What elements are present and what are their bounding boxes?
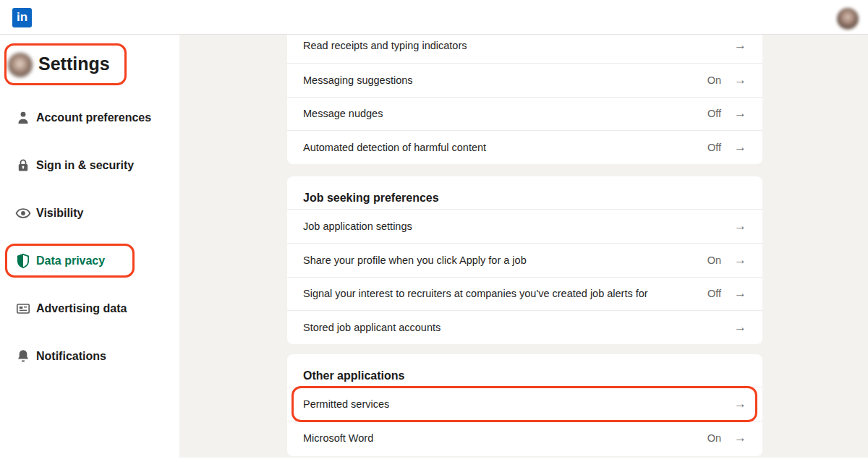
- sidebar-item-visibility[interactable]: Visibility: [0, 196, 179, 231]
- person-icon: [14, 109, 32, 127]
- setting-label: Signal your interest to recruiters at co…: [303, 288, 707, 299]
- setting-row-message-nudges[interactable]: Message nudges Off →: [287, 97, 762, 131]
- sidebar-item-notifications[interactable]: Notifications: [0, 339, 179, 374]
- shield-icon: [14, 252, 32, 270]
- arrow-right-icon: →: [734, 286, 746, 301]
- section-heading: Job seeking preferences: [287, 176, 762, 209]
- setting-value: Off: [707, 288, 721, 299]
- setting-label: Share your profile when you click Apply …: [303, 254, 707, 266]
- lock-icon: [14, 157, 32, 174]
- avatar: [8, 53, 33, 77]
- arrow-right-icon: →: [734, 73, 746, 87]
- setting-row-job-application-settings[interactable]: Job application settings →: [287, 209, 762, 243]
- global-topbar: in: [0, 0, 868, 35]
- messaging-settings-card: Read receipts and typing indicators → Me…: [287, 29, 762, 164]
- ads-icon: [14, 300, 32, 317]
- bell-icon: [14, 348, 32, 365]
- arrow-right-icon: →: [734, 38, 746, 53]
- arrow-right-icon: →: [734, 397, 746, 411]
- arrow-right-icon: →: [734, 431, 746, 445]
- page-title: Settings: [38, 53, 110, 74]
- sidebar-item-account-preferences[interactable]: Account preferences: [0, 100, 179, 135]
- setting-label: Permitted services: [303, 398, 734, 410]
- linkedin-logo[interactable]: in: [12, 8, 32, 27]
- setting-row-signal-interest-recruiters[interactable]: Signal your interest to recruiters at co…: [287, 277, 762, 311]
- sidebar-item-label: Account preferences: [36, 111, 151, 124]
- setting-value: On: [707, 74, 721, 86]
- setting-row-permitted-services[interactable]: Permitted services →: [287, 387, 762, 421]
- arrow-right-icon: →: [734, 106, 746, 121]
- profile-avatar[interactable]: [837, 8, 859, 30]
- setting-label: Stored job applicant accounts: [303, 322, 734, 333]
- setting-label: Automated detection of harmful content: [303, 142, 707, 153]
- arrow-right-icon: →: [734, 320, 746, 335]
- other-applications-card: Other applications Permitted services → …: [287, 354, 762, 456]
- setting-row-harmful-content-detection[interactable]: Automated detection of harmful content O…: [287, 130, 762, 164]
- eye-icon: [14, 205, 32, 222]
- linkedin-settings-page: Read receipts and typing indicators → Me…: [0, 0, 868, 467]
- setting-value: On: [707, 432, 721, 444]
- setting-label: Job application settings: [303, 220, 734, 232]
- arrow-right-icon: →: [734, 140, 746, 155]
- sidebar-item-label: Advertising data: [36, 302, 127, 315]
- sidebar-item-label: Data privacy: [36, 254, 105, 267]
- setting-label: Message nudges: [303, 108, 707, 119]
- setting-row-messaging-suggestions[interactable]: Messaging suggestions On →: [287, 63, 762, 97]
- setting-value: Off: [707, 108, 721, 119]
- setting-row-share-profile-apply[interactable]: Share your profile when you click Apply …: [287, 243, 762, 277]
- sidebar-item-advertising-data[interactable]: Advertising data: [0, 291, 179, 326]
- setting-value: On: [707, 254, 721, 266]
- sidebar-item-data-privacy[interactable]: Data privacy: [0, 244, 179, 278]
- sidebar-item-label: Visibility: [36, 207, 84, 220]
- job-seeking-preferences-card: Job seeking preferences Job application …: [287, 176, 762, 344]
- setting-label: Messaging suggestions: [303, 74, 707, 86]
- sidebar-item-sign-in-security[interactable]: Sign in & security: [0, 148, 179, 183]
- setting-value: Off: [707, 142, 721, 153]
- sidebar-item-label: Notifications: [36, 350, 106, 363]
- sidebar-item-label: Sign in & security: [36, 159, 134, 172]
- setting-label: Microsoft Word: [303, 432, 707, 444]
- arrow-right-icon: →: [734, 253, 746, 267]
- setting-label: Read receipts and typing indicators: [303, 40, 734, 51]
- section-heading: Other applications: [287, 354, 762, 387]
- arrow-right-icon: →: [734, 219, 746, 234]
- setting-row-microsoft-word[interactable]: Microsoft Word On →: [287, 421, 762, 455]
- setting-row-stored-job-applicant-accounts[interactable]: Stored job applicant accounts →: [287, 310, 762, 344]
